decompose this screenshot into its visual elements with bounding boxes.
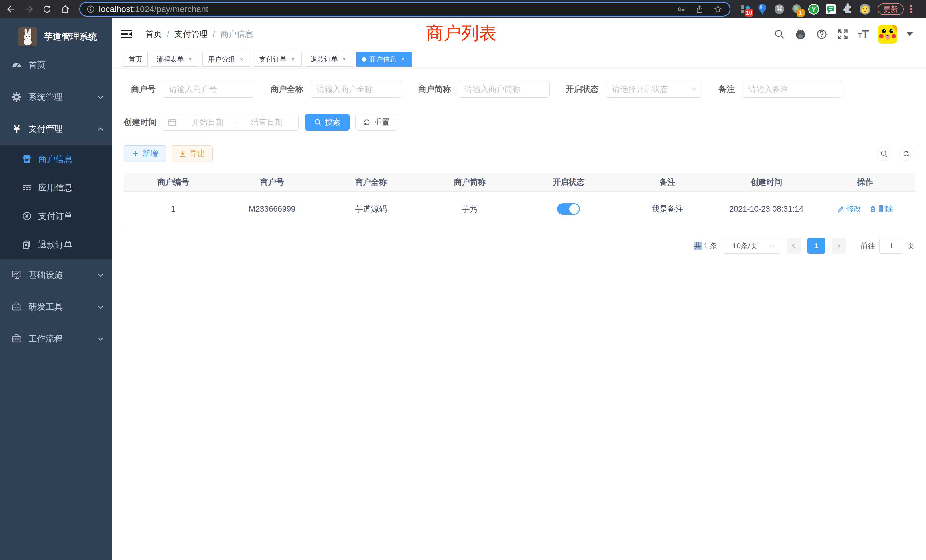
- font-size-icon[interactable]: TT: [858, 29, 869, 39]
- tag-refund-order[interactable]: 退款订单×: [305, 52, 353, 67]
- sidebar-item-app-info[interactable]: 应用信息: [0, 173, 112, 202]
- browser-back-icon[interactable]: [6, 4, 15, 14]
- prev-page-button[interactable]: [787, 238, 800, 254]
- app-logo-row[interactable]: 芋道管理系统: [0, 18, 112, 49]
- url-bar[interactable]: localhost:1024/pay/merchant: [79, 2, 731, 17]
- extension-recorder-icon[interactable]: 1: [790, 3, 803, 15]
- browser-menu-icon[interactable]: •••: [908, 5, 914, 14]
- select-placeholder: 请选择开启状态: [612, 84, 691, 95]
- merchant-no-input[interactable]: [162, 81, 254, 97]
- toggle-search-button[interactable]: [877, 147, 891, 161]
- sidebar-item-label: 支付管理: [29, 123, 63, 135]
- extension-chat-icon[interactable]: [825, 3, 837, 15]
- edit-label: 修改: [846, 204, 861, 214]
- close-icon[interactable]: ×: [187, 56, 194, 63]
- col-header: 商户编号: [124, 173, 222, 191]
- tag-merchant-info-active[interactable]: 商户信息×: [356, 52, 412, 67]
- help-icon[interactable]: [816, 28, 828, 40]
- browser-reload-icon[interactable]: [42, 4, 52, 14]
- extension-command-icon[interactable]: ⌘: [773, 3, 786, 15]
- sidebar-item-pay-order[interactable]: 支付订单: [0, 202, 112, 230]
- tag-label: 首页: [129, 55, 142, 64]
- bookmark-star-icon[interactable]: [714, 5, 722, 14]
- tag-pay-order[interactable]: 支付订单×: [254, 52, 302, 67]
- add-button[interactable]: 新增: [124, 145, 166, 162]
- field-label: 开启状态: [566, 83, 599, 95]
- extension-pin-icon[interactable]: [756, 3, 769, 15]
- col-header: 操作: [816, 173, 915, 191]
- extensions-puzzle-icon[interactable]: [841, 3, 854, 15]
- fullscreen-icon[interactable]: [837, 28, 849, 40]
- goto-page-input[interactable]: [879, 238, 903, 254]
- sidebar-item-label: 支付订单: [38, 210, 73, 222]
- pagination: 共 1 条 10条/页 1 前往 页: [124, 238, 915, 254]
- merchant-fullname-input[interactable]: [310, 81, 402, 97]
- search-button[interactable]: 搜索: [305, 114, 350, 130]
- sidebar-item-infrastructure[interactable]: 基础设施: [0, 259, 112, 291]
- delete-label: 删除: [878, 204, 893, 214]
- close-icon[interactable]: ×: [289, 56, 296, 63]
- breadcrumb-home[interactable]: 首页: [145, 29, 162, 40]
- chevron-down-icon: [97, 335, 104, 342]
- sidebar-item-merchant-info[interactable]: 商户信息: [0, 145, 112, 173]
- export-button[interactable]: 导出: [172, 145, 213, 162]
- close-icon[interactable]: ×: [238, 56, 245, 63]
- next-page-button[interactable]: [832, 238, 846, 254]
- sidebar-item-workflow[interactable]: 工作流程: [0, 323, 112, 355]
- edit-link[interactable]: 修改: [837, 204, 861, 214]
- close-icon[interactable]: ×: [341, 56, 348, 63]
- browser-forward-icon[interactable]: [24, 4, 34, 14]
- sidebar-item-payment[interactable]: ￥ 支付管理: [0, 113, 112, 145]
- tag-label: 用户分组: [208, 55, 235, 64]
- password-key-icon[interactable]: [677, 5, 685, 14]
- share-icon[interactable]: [695, 5, 704, 14]
- url-text: localhost:1024/pay/merchant: [99, 4, 677, 14]
- browser-update-button[interactable]: 更新: [878, 3, 904, 15]
- date-separator: -: [236, 118, 238, 127]
- reset-button[interactable]: 重置: [355, 114, 398, 130]
- github-icon[interactable]: [794, 28, 806, 40]
- sidebar-item-refund-order[interactable]: 退款订单: [0, 230, 112, 259]
- sidebar-item-home[interactable]: 首页: [0, 49, 112, 81]
- profile-emoji-avatar[interactable]: [859, 3, 871, 15]
- tag-label: 流程表单: [156, 55, 184, 64]
- header-search-icon[interactable]: [773, 28, 785, 40]
- tag-label: 支付订单: [259, 55, 286, 64]
- col-header: 备注: [618, 173, 717, 191]
- yen-icon: ￥: [10, 123, 23, 135]
- status-switch-on[interactable]: [557, 203, 580, 215]
- col-header: 商户号: [222, 173, 322, 191]
- sidebar-fold-icon[interactable]: [120, 29, 132, 39]
- close-icon[interactable]: ×: [399, 56, 406, 63]
- tag-home[interactable]: 首页: [123, 52, 148, 67]
- sidebar-item-dev-tools[interactable]: 研发工具: [0, 291, 112, 323]
- page-size-select[interactable]: 10条/页: [724, 238, 780, 254]
- sidebar-item-system[interactable]: 系统管理: [0, 81, 112, 113]
- site-info-icon[interactable]: [86, 5, 95, 14]
- chevron-up-icon: [97, 125, 104, 133]
- extension-y-icon[interactable]: Y: [807, 3, 820, 15]
- tag-user-group[interactable]: 用户分组×: [203, 52, 250, 67]
- remark-input[interactable]: [742, 81, 842, 97]
- merchant-shortname-input[interactable]: [458, 81, 550, 97]
- page-number-current[interactable]: 1: [807, 238, 825, 254]
- cell-create-time: 2021-10-23 08:31:14: [717, 192, 816, 226]
- extension-blocks-icon[interactable]: 10: [739, 3, 752, 15]
- cell-status: [519, 192, 618, 226]
- user-avatar[interactable]: [878, 25, 897, 44]
- create-time-range-picker[interactable]: 开始日期 - 结束日期: [162, 114, 299, 130]
- browser-home-icon[interactable]: [61, 4, 70, 14]
- toolbox-icon: [10, 333, 23, 345]
- delete-link[interactable]: 删除: [869, 204, 893, 214]
- col-header: 创建时间: [717, 173, 816, 191]
- tag-process-form[interactable]: 流程表单×: [151, 52, 199, 67]
- date-end-placeholder: 结束日期: [241, 117, 294, 128]
- field-label: 商户简称: [418, 83, 451, 95]
- avatar-dropdown-caret[interactable]: [906, 32, 913, 36]
- refresh-table-button[interactable]: [899, 147, 914, 161]
- breadcrumb-payment[interactable]: 支付管理: [174, 29, 207, 40]
- status-select[interactable]: 请选择开启状态: [605, 81, 702, 97]
- toolbox-icon: [10, 301, 23, 313]
- dashboard-icon: [10, 59, 23, 71]
- cell-short-name: 芋艿: [420, 192, 519, 226]
